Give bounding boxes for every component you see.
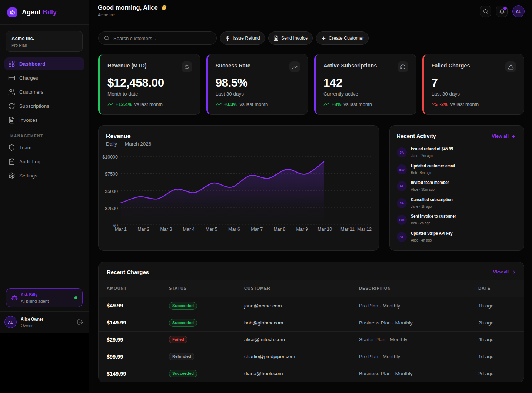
svg-text:$5000: $5000 bbox=[105, 189, 118, 194]
svg-text:Mar 9: Mar 9 bbox=[296, 227, 308, 232]
svg-text:Mar 11: Mar 11 bbox=[340, 227, 355, 232]
svg-text:$7500: $7500 bbox=[105, 171, 118, 177]
svg-text:Mar 4: Mar 4 bbox=[183, 227, 195, 232]
svg-text:$10000: $10000 bbox=[102, 154, 118, 160]
svg-text:Mar 10: Mar 10 bbox=[317, 227, 332, 232]
svg-text:Mar 3: Mar 3 bbox=[160, 227, 172, 232]
svg-text:Mar 1: Mar 1 bbox=[115, 227, 127, 232]
svg-text:Mar 6: Mar 6 bbox=[228, 227, 240, 232]
svg-text:$2500: $2500 bbox=[105, 206, 118, 211]
svg-text:Mar 8: Mar 8 bbox=[273, 227, 285, 232]
svg-text:Mar 2: Mar 2 bbox=[137, 227, 149, 232]
svg-text:Mar 5: Mar 5 bbox=[206, 227, 217, 232]
svg-text:Mar 12: Mar 12 bbox=[357, 227, 372, 232]
svg-text:Mar 7: Mar 7 bbox=[251, 227, 263, 232]
